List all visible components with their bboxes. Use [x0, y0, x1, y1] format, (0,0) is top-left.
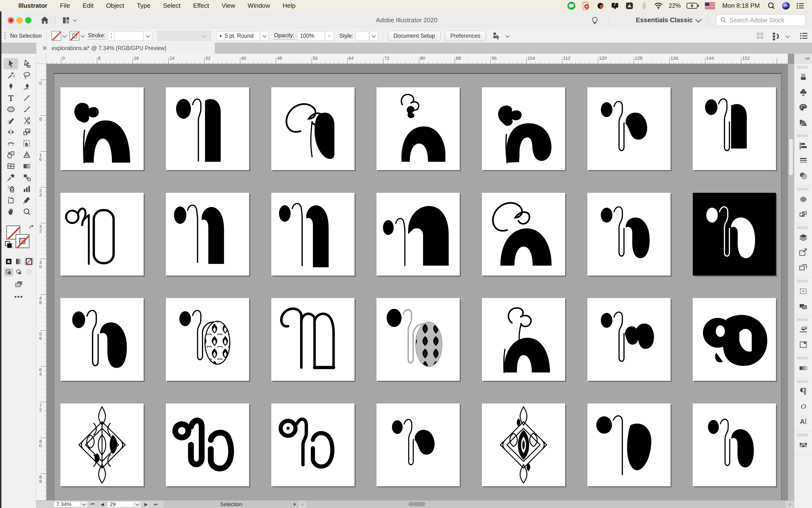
color-mode-solid[interactable] — [4, 257, 13, 266]
color-mode-gradient[interactable] — [14, 257, 24, 266]
next-artboard-button[interactable]: ▶ — [141, 501, 151, 508]
first-artboard-button[interactable]: ⏮ — [88, 501, 97, 508]
zoom-level-dropdown[interactable] — [80, 501, 88, 508]
workspace-switcher[interactable]: Essentials Classic — [636, 11, 701, 29]
draw-behind-mode[interactable] — [14, 268, 24, 276]
artboard-11-dome-bar[interactable] — [376, 193, 460, 276]
artboard-16-dot-loop-pattern[interactable] — [166, 298, 249, 381]
artboard-28-dot-loop-n-small[interactable] — [693, 404, 776, 486]
width-tool[interactable] — [3, 138, 18, 149]
artboard-21-heavy-blob[interactable] — [693, 298, 776, 381]
artboard-18-dot-loop-pattern-gray[interactable] — [376, 298, 460, 381]
artboard-17-outline-bold[interactable] — [271, 298, 355, 381]
artboard-25-dot-loop-teardrop-small[interactable] — [376, 404, 460, 486]
chevron-down-icon[interactable] — [62, 33, 67, 38]
artboard-1-arch-swash[interactable] — [60, 87, 144, 170]
dock-grip[interactable] — [797, 279, 809, 283]
notification-center-icon[interactable] — [796, 1, 805, 10]
pencil-tool[interactable] — [3, 115, 18, 126]
style-dropdown[interactable] — [356, 31, 369, 40]
menu-effect[interactable]: Effect — [187, 0, 215, 11]
artboard-12-curl-dome[interactable] — [482, 193, 565, 276]
artboard-4-curls-arch[interactable] — [376, 87, 460, 170]
artboard-26-ornament-diamond-filled[interactable] — [482, 404, 565, 486]
layers-panel-button[interactable] — [794, 230, 812, 245]
paintbrush-tool[interactable] — [19, 103, 34, 115]
pasteboard[interactable] — [54, 73, 781, 500]
status-indicator[interactable]: Selection — [164, 501, 299, 508]
stroke-panel-panel-button[interactable] — [794, 153, 812, 168]
direct-selection-tool[interactable] — [19, 58, 34, 70]
pathfinder-panel-button[interactable] — [794, 299, 812, 314]
libraries-panel-button[interactable] — [794, 322, 812, 337]
opentype-panel-button[interactable]: O — [794, 399, 812, 414]
stroke-color-swatch[interactable] — [70, 31, 79, 41]
last-artboard-button[interactable]: ⏭ — [151, 501, 161, 508]
horizontal-scrollbar[interactable] — [307, 501, 785, 508]
scale-tool[interactable] — [19, 126, 34, 138]
eyedropper-tool[interactable] — [3, 172, 18, 183]
dock-grip[interactable] — [797, 225, 809, 230]
artboard-tool[interactable] — [3, 195, 18, 206]
artboard-20-dot-loop-two-bump[interactable] — [587, 298, 671, 381]
menu-view[interactable]: View — [215, 0, 241, 11]
paragraph-panel-button[interactable] — [794, 384, 812, 399]
artboard-24-thick-stroke-dot-n[interactable] — [271, 404, 355, 486]
curvature-tool[interactable] — [19, 81, 34, 92]
scissors-tool[interactable] — [19, 115, 34, 126]
previous-artboard-button[interactable]: ◀ — [97, 501, 107, 508]
free-transform-tool[interactable] — [19, 138, 34, 149]
input-source-flag-icon[interactable] — [705, 1, 715, 10]
dock-grip[interactable] — [797, 133, 809, 138]
symbol-sprayer-tool[interactable] — [3, 183, 18, 195]
artboard-15-dot-loop-n-large[interactable] — [60, 298, 144, 381]
magic-wand-tool[interactable] — [3, 70, 18, 81]
artboard-23-thick-stroke-n[interactable] — [166, 404, 249, 486]
menu-edit[interactable]: Edit — [77, 0, 100, 11]
artboard-7-circle-bar-short[interactable] — [693, 87, 776, 170]
wifi-icon[interactable] — [654, 1, 663, 10]
dock-grip[interactable] — [797, 65, 809, 70]
symbols-panel-button[interactable] — [794, 85, 812, 100]
display-icon[interactable] — [611, 1, 619, 10]
artboard-2-circle-bar-tall[interactable] — [166, 87, 249, 170]
zoom-tool[interactable] — [19, 206, 34, 217]
menu-illustrator[interactable]: Illustrator — [12, 0, 54, 11]
artboard-5-arch-swash-soft[interactable] — [482, 87, 565, 170]
swap-fill-stroke-icon[interactable] — [28, 224, 35, 232]
appearance-panel-button[interactable] — [794, 192, 812, 207]
artboard-6-dot-loop-teardrop[interactable] — [587, 87, 671, 170]
lightbulb-icon[interactable] — [590, 16, 599, 26]
artboard-19-curl-dome-tongue[interactable] — [482, 298, 565, 381]
fill-color-swatch[interactable] — [51, 31, 61, 41]
edit-toolbar-button[interactable]: ••• — [14, 293, 24, 301]
asset-export-panel-button[interactable] — [794, 245, 812, 260]
column-graph-tool[interactable] — [19, 183, 34, 195]
vertical-scrollbar[interactable] — [788, 64, 794, 500]
document-arrange-grid-icon[interactable] — [755, 31, 765, 42]
opacity-chevron[interactable]: › — [325, 31, 334, 41]
selection-tool[interactable] — [3, 58, 18, 70]
dock-grip[interactable] — [797, 318, 809, 322]
graphic-styles-panel-button[interactable] — [794, 337, 812, 352]
panel-menu-icon[interactable] — [799, 31, 809, 42]
artboard-number-field[interactable]: 29 — [107, 501, 134, 508]
siri-icon[interactable] — [781, 1, 790, 10]
drive-icon[interactable] — [625, 1, 634, 10]
perspective-grid-tool[interactable] — [19, 149, 34, 160]
color-mode-none[interactable] — [25, 257, 34, 266]
opacity-field[interactable]: 100% — [297, 31, 325, 40]
transparency-panel-button[interactable] — [794, 168, 812, 183]
swatches-panel-button[interactable] — [794, 437, 812, 453]
artboard-9-eta-bar[interactable] — [166, 193, 249, 276]
app-dot-icon[interactable] — [596, 1, 605, 10]
scroll-left-button[interactable]: ‹ — [299, 501, 307, 508]
gradient-panel-panel-button[interactable] — [794, 361, 812, 376]
menu-help[interactable]: Help — [276, 0, 302, 11]
brushes-panel-button[interactable] — [794, 70, 812, 85]
doc-error-icon[interactable] — [582, 1, 590, 10]
mesh-tool[interactable] — [3, 160, 18, 172]
menu-window[interactable]: Window — [241, 0, 276, 11]
horizontal-scrollbar-thumb[interactable] — [408, 502, 425, 506]
stroke-swatch-none[interactable] — [15, 234, 30, 248]
